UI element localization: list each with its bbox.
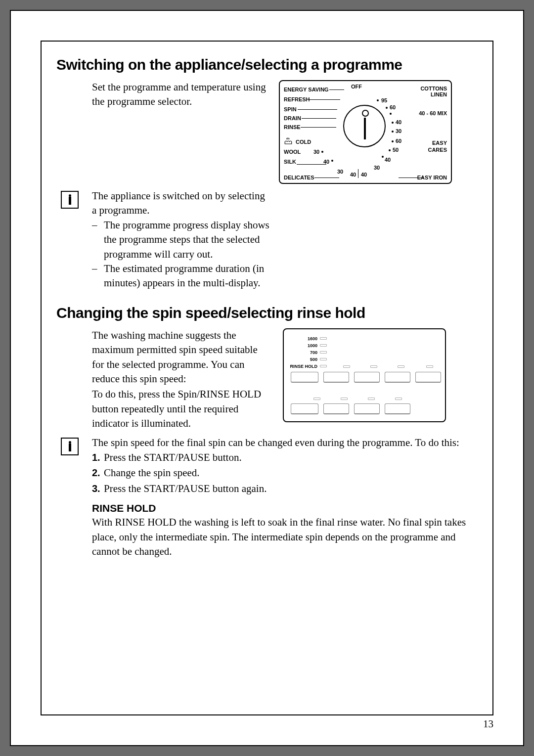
step-item: 3.Press the START/PAUSE button again. <box>92 482 473 496</box>
spin-rinse-hold: RINSE HOLD <box>290 364 317 369</box>
dial-label-silk: SILK <box>284 159 296 165</box>
dial-label-easy: EASY <box>432 140 447 146</box>
dial-label-mix: 40 - 60 MIX <box>419 111 447 116</box>
dial-temp-50: 50 <box>393 147 399 153</box>
dial-label-spin: SPIN <box>284 107 297 112</box>
dial-label-cold: COLD <box>296 139 311 145</box>
info-text-1: The appliance is switched on by se­lecti… <box>92 189 270 218</box>
spin-700: 700 <box>290 350 317 355</box>
dial-label-linen: LINEN <box>431 92 447 97</box>
info-icon <box>61 191 79 209</box>
spin-para-1: The washing machine suggests the maximum… <box>92 328 270 387</box>
dial-temp-95: 95 <box>381 98 387 103</box>
dial-temp-40b: 40 <box>385 157 391 163</box>
bullet-item: The estimated programme dura­tion (in mi… <box>92 262 270 291</box>
step-text: Change the spin speed. <box>104 467 200 479</box>
led-indicator <box>313 398 320 400</box>
dial-off: OFF <box>351 84 362 89</box>
panel-button <box>323 403 349 414</box>
step-text: Press the START/PAUSE button. <box>104 451 242 463</box>
panel-button <box>354 403 380 414</box>
panel-button <box>354 372 380 383</box>
spin-1000: 1000 <box>290 343 317 348</box>
bullet-item: The programme progress display shows the… <box>92 218 270 262</box>
control-panel-figure: 1600 1000 700 500 RINSE HOLD <box>283 328 446 422</box>
dial-label-refresh: REFRESH <box>284 97 310 102</box>
dial-label-wool: WOOL <box>284 149 301 155</box>
dial-temp-40a: 40 <box>396 120 401 125</box>
row-intro: Set the programme and tempera­ture using… <box>56 80 473 184</box>
led-indicator <box>398 365 404 368</box>
dial-label-delicates: DELICATES <box>284 175 314 180</box>
step-text: Press the START/PAUSE button again. <box>104 483 267 494</box>
panel-button <box>291 372 318 383</box>
row-spin-intro: The washing machine suggests the maximum… <box>56 328 473 431</box>
dial-temp-60b: 60 <box>396 138 401 144</box>
led-indicator <box>320 365 327 367</box>
led-indicator <box>341 398 348 400</box>
panel-button <box>291 403 318 414</box>
info-icon <box>61 438 79 455</box>
panel-button <box>323 372 349 383</box>
panel-button <box>415 372 441 383</box>
spin-500: 500 <box>290 357 317 362</box>
page: Switching on the appliance/selecting a p… <box>10 10 524 746</box>
section-switching-on: Switching on the appliance/selecting a p… <box>56 56 473 291</box>
dial-temp-60a: 60 <box>390 105 396 110</box>
dial-label-energy-saving: ENERGY SAVING <box>284 87 329 92</box>
led-indicator <box>368 398 375 400</box>
spin-para-2: To do this, press the Spin/RINSE HOLD bu… <box>92 387 270 431</box>
heading-spin-speed: Changing the spin speed/selecting rinse … <box>56 305 473 321</box>
dial-label-drain: DRAIN <box>284 116 301 121</box>
info-text-2: The spin speed for the final spin can be… <box>92 436 473 450</box>
intro-text: Set the programme and tempera­ture using… <box>92 80 270 109</box>
dial-label-cottons: COTTONS <box>420 86 447 91</box>
handwash-icon <box>284 136 293 145</box>
heading-switching-on: Switching on the appliance/selecting a p… <box>56 56 473 73</box>
page-number: 13 <box>483 718 493 730</box>
led-indicator <box>320 337 327 340</box>
dial-temp-40e: 40 <box>361 172 367 178</box>
dial-temp-30d: 30 <box>337 169 343 175</box>
dial-temp-40d: 40 <box>350 172 356 178</box>
led-indicator <box>343 365 350 368</box>
panel-button <box>385 403 410 414</box>
dial-label-rinse: RINSE <box>284 125 301 130</box>
rinse-hold-subheading: RINSE HOLD <box>92 501 473 515</box>
led-indicator <box>320 358 327 360</box>
rinse-hold-text: With RINSE HOLD the washing is left to s… <box>92 515 473 559</box>
dial-knob <box>343 105 386 147</box>
dial-label-cares: CARES <box>428 147 447 153</box>
led-indicator <box>320 351 327 354</box>
dial-temp-30a: 30 <box>396 129 401 134</box>
section-spin-speed: Changing the spin speed/selecting rinse … <box>56 305 473 559</box>
row-info2: The spin speed for the final spin can be… <box>56 436 473 559</box>
dial-temp-30b: 30 <box>374 165 380 171</box>
led-indicator <box>426 365 433 368</box>
dial-temp-40c: 40 <box>323 159 329 165</box>
row-info1: The appliance is switched on by se­lecti… <box>56 189 473 291</box>
step-item: 2.Change the spin speed. <box>92 466 473 480</box>
dial-temp-30c: 30 <box>313 149 319 155</box>
panel-button <box>385 372 410 383</box>
led-indicator <box>395 398 402 400</box>
led-indicator <box>320 344 327 347</box>
programme-dial-figure: OFF ENERGY SAVING REFRESH SPIN DRAIN RIN… <box>279 80 452 184</box>
led-indicator <box>370 365 377 368</box>
spin-1600: 1600 <box>290 336 317 341</box>
step-item: 1.Press the START/PAUSE button. <box>92 450 473 465</box>
content-frame: Switching on the appliance/selecting a p… <box>41 41 493 715</box>
